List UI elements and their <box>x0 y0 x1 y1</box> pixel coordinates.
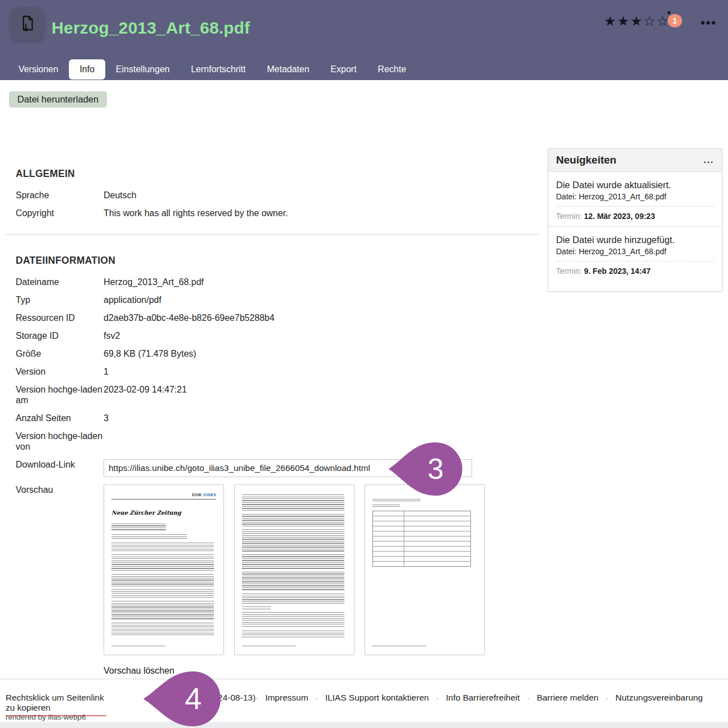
rule <box>111 499 216 500</box>
news-item-title[interactable]: Die Datei wurde hinzugefügt. <box>556 235 714 245</box>
row-label: Größe <box>16 348 104 359</box>
termin-value: 12. Mär 2023, 09:23 <box>584 212 655 221</box>
info-row: Copyright This work has all rights reser… <box>16 208 539 218</box>
row-label: Ressourcen ID <box>16 312 104 323</box>
nzz-headline: Neue Zürcher Zeitung <box>111 507 216 518</box>
rating-count-badge[interactable]: 1 <box>668 14 682 27</box>
row-value: This work has all rights reserved by the… <box>104 208 539 218</box>
info-row: Typ application/pdf <box>16 295 539 305</box>
news-item: Die Datei wurde hinzugefügt. Datei: Herz… <box>548 226 722 281</box>
preview-thumbnail-page-1[interactable]: DOW JONES Neue Zürcher Zeitung <box>104 484 224 655</box>
row-label: Anzahl Seiten <box>16 413 104 423</box>
tab-export[interactable]: Export <box>320 59 367 80</box>
row-value: d2aeb37b-a0bc-4e8e-b826-69ee7b5288b4 <box>104 312 539 323</box>
info-row: Größe 69,8 KB (71.478 Bytes) <box>16 348 539 359</box>
tab-rechte[interactable]: Rechte <box>367 59 417 80</box>
toolbar: Datei herunterladen <box>0 80 728 108</box>
news-item-title[interactable]: Die Datei wurde aktualisiert. <box>556 180 714 190</box>
info-row: Version 1 <box>16 366 539 377</box>
row-label: Storage ID <box>16 330 104 341</box>
page-footer-line <box>111 646 165 648</box>
info-row: Anzahl Seiten 3 <box>16 413 539 423</box>
footer-link-nutzungsvereinbarung[interactable]: Nutzungsvereinbarung <box>615 693 703 703</box>
info-row: Version hochge-laden am 2023-02-09 14:47… <box>16 384 539 405</box>
row-value: 2023-02-09 14:47:21 <box>104 384 539 405</box>
termin-label: Termin: <box>556 212 582 221</box>
section-heading-dateiinformation: DATEIINFORMATION <box>16 255 539 267</box>
page-footer-line <box>372 646 426 648</box>
info-row: Ressourcen ID d2aeb37b-a0bc-4e8e-b826-69… <box>16 312 539 323</box>
row-value <box>104 431 539 452</box>
dowjones-brand: DOW JONES <box>111 492 216 497</box>
termin-label: Termin: <box>556 267 582 276</box>
download-link-row: Download-Link https://ilias.unibe.ch/got… <box>16 459 539 477</box>
tab-lernfortschritt[interactable]: Lernfortschritt <box>180 59 256 80</box>
info-column: ALLGEMEIN Sprache Deutsch Copyright This… <box>0 108 539 683</box>
main-content: ALLGEMEIN Sprache Deutsch Copyright This… <box>0 108 728 683</box>
star-outline-icon[interactable]: ☆ <box>656 15 669 28</box>
row-value: Herzog_2013_Art_68.pdf <box>104 277 539 287</box>
section-divider <box>6 234 539 235</box>
page-title: Herzog_2013_Art_68.pdf <box>52 18 250 38</box>
news-item-date: Termin: 9. Feb 2023, 14:47 <box>556 261 714 276</box>
delete-preview-link[interactable]: Vorschau löschen <box>104 665 174 676</box>
allgemein-rows: Sprache Deutsch Copyright This work has … <box>16 190 539 218</box>
row-label: Sprache <box>16 190 104 200</box>
download-file-button[interactable]: Datei herunterladen <box>9 91 107 108</box>
row-value: 1 <box>104 366 539 377</box>
star-filled-icon[interactable]: ★ <box>604 15 616 28</box>
rating-stars[interactable]: ★ ★ ★ ☆ ☆ 1 <box>604 15 682 28</box>
footer-links: · Impressum · ILIAS Support kontaktieren… <box>255 693 703 703</box>
row-label: Typ <box>16 295 104 305</box>
own-rating-dot <box>668 11 670 14</box>
row-label: Version hochge-laden von <box>16 431 104 452</box>
preview-thumbnails: DOW JONES Neue Zürcher Zeitung <box>104 484 539 655</box>
news-more-actions-icon[interactable]: ... <box>703 155 714 166</box>
tab-info[interactable]: Info <box>69 59 105 80</box>
row-label: Version hochge-laden am <box>16 384 104 405</box>
footer-link-barrierefreiheit[interactable]: Info Barrierefreiheit <box>446 693 520 703</box>
file-download-icon <box>11 7 44 40</box>
page-header: Herzog_2013_Art_68.pdf ★ ★ ★ ☆ ☆ 1 ••• <box>0 0 728 59</box>
row-value: Deutsch <box>104 190 539 200</box>
news-panel-title: Neuigkeiten <box>556 154 617 166</box>
star-outline-icon[interactable]: ☆ <box>643 15 656 28</box>
row-label: Dateiname <box>16 277 104 287</box>
news-item: Die Datei wurde aktualisiert. Datei: Her… <box>548 172 722 226</box>
star-filled-icon[interactable]: ★ <box>630 15 642 28</box>
page-footer-line <box>242 646 296 648</box>
footer-link-barriere-melden[interactable]: Barriere melden <box>536 693 598 703</box>
metadata-table <box>372 511 471 567</box>
info-row: Version hochge-laden von <box>16 431 539 452</box>
footer-link-impressum[interactable]: Impressum <box>265 693 309 703</box>
dateiinformation-rows: Dateiname Herzog_2013_Art_68.pdf Typ app… <box>16 277 539 676</box>
section-heading-allgemein: ALLGEMEIN <box>16 168 539 180</box>
download-link-field[interactable]: https://ilias.unibe.ch/goto_ilias3_unibe… <box>104 459 472 477</box>
info-row: Storage ID fsv2 <box>16 330 539 341</box>
preview-row: Vorschau DOW JONES Neue Zürcher Zeitung <box>16 484 539 676</box>
info-row: Sprache Deutsch <box>16 190 539 200</box>
bottom-strip <box>0 722 728 728</box>
news-panel: Neuigkeiten ... Die Datei wurde aktualis… <box>548 148 722 292</box>
header-more-actions-icon[interactable]: ••• <box>701 16 717 30</box>
preview-thumbnail-page-2[interactable] <box>234 484 354 655</box>
footer-link-support[interactable]: ILIAS Support kontaktieren <box>325 693 429 703</box>
rendered-by-text: rendered by ilias-webp6 <box>6 713 86 721</box>
tab-einstellungen[interactable]: Einstellungen <box>105 59 180 80</box>
tab-versionen[interactable]: Versionen <box>8 59 69 80</box>
news-item-subtitle: Datei: Herzog_2013_Art_68.pdf <box>556 192 714 201</box>
row-label: Download-Link <box>16 459 104 477</box>
termin-value: 9. Feb 2023, 14:47 <box>584 267 651 276</box>
info-row: Dateiname Herzog_2013_Art_68.pdf <box>16 277 539 287</box>
ilias-version-text: v8.14 2024-08-13) <box>185 693 256 703</box>
preview-thumbnail-page-3[interactable] <box>365 484 485 655</box>
row-value: 69,8 KB (71.478 Bytes) <box>104 348 539 359</box>
row-label: Vorschau <box>16 484 104 495</box>
row-value: 3 <box>104 413 539 423</box>
news-item-subtitle: Datei: Herzog_2013_Art_68.pdf <box>556 247 714 256</box>
news-item-date: Termin: 12. Mär 2023, 09:23 <box>556 206 714 221</box>
tab-metadaten[interactable]: Metadaten <box>256 59 320 80</box>
star-filled-icon[interactable]: ★ <box>617 15 629 28</box>
page-footer: Rechtsklick um Seitenlink zu kopieren v8… <box>0 679 728 728</box>
row-value: fsv2 <box>104 330 539 341</box>
